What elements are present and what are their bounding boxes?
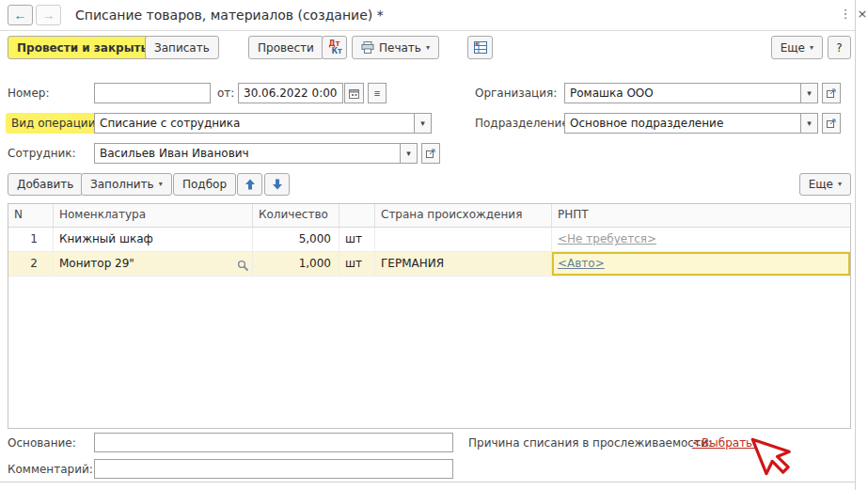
write-label: Записать <box>154 41 210 55</box>
arrow-up-icon <box>245 179 256 190</box>
employee-open-button[interactable] <box>421 143 440 164</box>
col-header-rnpt: РНПТ <box>552 204 850 227</box>
employee-label: Сотрудник: <box>8 143 76 164</box>
operation-input[interactable] <box>94 113 415 134</box>
table-more-label: Еще <box>809 178 833 191</box>
organization-label: Организация: <box>475 83 557 103</box>
toolbar-more-button[interactable]: Еще ▾ <box>771 36 823 59</box>
arrow-down-icon <box>272 179 283 190</box>
post-button[interactable]: Провести <box>248 36 324 59</box>
cell-item[interactable]: Монитор 29" <box>54 252 253 276</box>
print-button[interactable]: Печать ▾ <box>352 36 439 59</box>
comment-label: Комментарий: <box>8 459 93 480</box>
document-window: ← → Списание товаров, материалов (создан… <box>0 0 868 490</box>
operation-label: Вид операции: <box>6 113 105 134</box>
table-more-button[interactable]: Еще ▾ <box>799 173 851 196</box>
employee-input[interactable] <box>94 143 401 164</box>
chevron-down-icon: ▾ <box>406 149 411 158</box>
basis-input[interactable] <box>94 433 453 452</box>
table-row[interactable]: 1 Книжный шкаф 5,000 шт <Не требуется> <box>8 228 850 252</box>
form-bottom-divider <box>0 482 855 482</box>
fill-label: Заполнить <box>90 178 154 191</box>
post-label: Провести <box>258 41 314 55</box>
department-dropdown-button[interactable]: ▾ <box>800 113 818 134</box>
dtkt-icon: ДтКт <box>326 40 341 55</box>
back-arrow-icon: ← <box>14 8 27 23</box>
forward-button[interactable]: → <box>36 5 61 25</box>
magnifier-icon[interactable] <box>237 257 249 276</box>
back-button[interactable]: ← <box>8 5 33 25</box>
related-documents-button[interactable] <box>467 36 493 59</box>
rnpt-auto-link[interactable]: <Авто> <box>558 257 605 270</box>
toolbar-more-label: Еще <box>781 41 805 55</box>
list-icon: ≡ <box>374 87 380 99</box>
forward-arrow-icon: → <box>42 8 55 23</box>
number-input[interactable] <box>94 83 211 103</box>
cell-item[interactable]: Книжный шкаф <box>54 228 253 251</box>
open-link-icon <box>426 149 435 158</box>
date-input[interactable] <box>238 83 343 103</box>
move-row-up-button[interactable] <box>237 173 262 196</box>
department-label: Подразделение: <box>475 113 573 134</box>
move-row-down-button[interactable] <box>264 173 290 196</box>
number-label: Номер: <box>8 83 49 103</box>
table-header: N Номенклатура Количество Страна происхо… <box>8 204 850 228</box>
fill-caret-icon: ▾ <box>159 181 163 188</box>
post-and-close-label: Провести и закрыть <box>17 41 148 55</box>
basis-label: Основание: <box>8 433 76 453</box>
cell-country[interactable] <box>375 228 552 251</box>
calendar-icon <box>349 88 359 99</box>
department-input[interactable] <box>564 113 801 134</box>
print-caret-icon: ▾ <box>426 44 430 52</box>
cell-n[interactable]: 1 <box>8 228 54 251</box>
post-and-close-button[interactable]: Провести и закрыть <box>8 36 157 59</box>
cell-qty[interactable]: 5,000 <box>253 228 339 251</box>
window-edge: × <box>855 0 868 490</box>
department-open-button[interactable] <box>822 113 841 134</box>
table-more-caret-icon: ▾ <box>838 181 842 188</box>
window-menu-icon[interactable]: ⋮ <box>839 7 852 21</box>
write-button[interactable]: Записать <box>145 36 219 59</box>
close-icon[interactable]: × <box>856 8 868 21</box>
col-header-item: Номенклатура <box>54 204 253 227</box>
operation-dropdown-button[interactable]: ▾ <box>414 113 432 134</box>
date-list-button[interactable]: ≡ <box>368 83 387 103</box>
page-title: Списание товаров, материалов (создание) … <box>75 0 384 30</box>
col-header-qty: Количество <box>253 204 339 227</box>
cell-n[interactable]: 2 <box>8 252 54 276</box>
help-button[interactable]: ? <box>828 36 851 59</box>
cell-qty[interactable]: 1,000 <box>253 252 339 276</box>
cell-rnpt[interactable]: <Не требуется> <box>552 228 850 251</box>
help-label: ? <box>836 41 842 55</box>
dtkt-postings-button[interactable]: ДтКт <box>322 36 347 59</box>
pick-button[interactable]: Подбор <box>173 173 236 196</box>
add-row-label: Добавить <box>17 178 73 191</box>
rnpt-not-required-link[interactable]: <Не требуется> <box>558 232 656 245</box>
col-header-country: Страна происхождения <box>375 204 552 227</box>
printer-icon <box>361 41 374 54</box>
report-grid-icon <box>474 41 487 54</box>
organization-dropdown-button[interactable]: ▾ <box>800 83 818 103</box>
chevron-down-icon: ▾ <box>420 119 425 128</box>
chevron-down-icon: ▾ <box>807 119 812 128</box>
col-header-unit <box>339 204 375 227</box>
cell-unit[interactable]: шт <box>339 252 375 276</box>
open-link-icon <box>827 119 836 128</box>
add-row-button[interactable]: Добавить <box>8 173 83 196</box>
cell-unit[interactable]: шт <box>339 228 375 251</box>
pick-label: Подбор <box>182 178 227 191</box>
table-row[interactable]: 2 Монитор 29" 1,000 шт ГЕРМАНИЯ <Авто> <box>8 252 850 277</box>
organization-open-button[interactable] <box>822 83 841 103</box>
open-link-icon <box>827 88 836 98</box>
toolbar-more-caret-icon: ▾ <box>810 44 813 52</box>
print-label: Печать <box>379 41 421 55</box>
items-table: N Номенклатура Количество Страна происхо… <box>8 203 851 429</box>
comment-input[interactable] <box>94 459 453 479</box>
employee-dropdown-button[interactable]: ▾ <box>400 143 418 164</box>
calendar-button[interactable] <box>344 83 364 103</box>
organization-input[interactable] <box>564 83 801 103</box>
cell-country[interactable]: ГЕРМАНИЯ <box>375 252 552 276</box>
table-empty-area <box>8 277 850 432</box>
cell-rnpt-active[interactable]: <Авто> <box>552 252 850 276</box>
fill-button[interactable]: Заполнить ▾ <box>81 173 172 196</box>
